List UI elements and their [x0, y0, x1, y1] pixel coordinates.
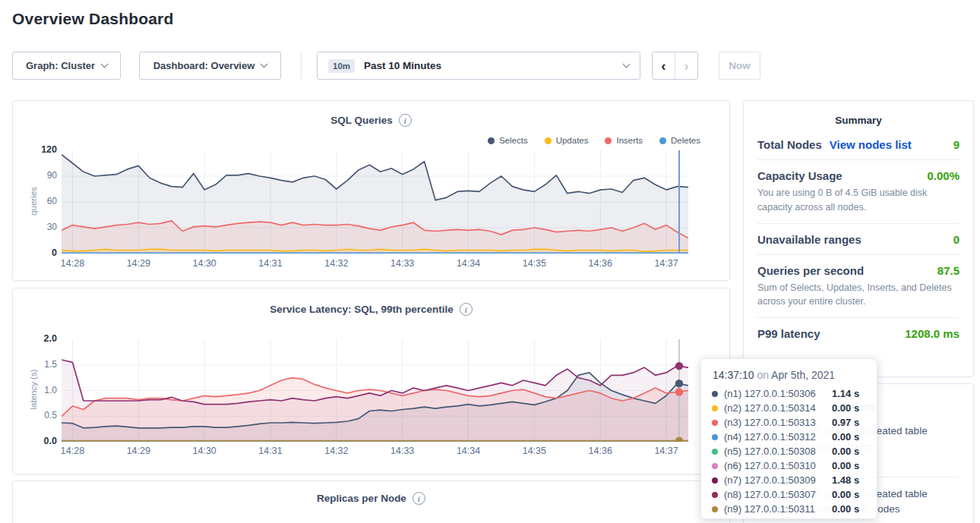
x-axis-tick: 14:37 [648, 258, 684, 269]
x-axis-tick: 14:33 [384, 446, 421, 456]
node-address: (n4) 127.0.0.1:50312 [724, 431, 832, 443]
x-axis-tick: 14:30 [186, 446, 223, 456]
summary-description: Sum of Selects, Updates, Inserts, and De… [757, 281, 959, 310]
node-color-dot [712, 463, 718, 469]
x-axis-tick: 14:36 [582, 258, 618, 269]
legend-dot [605, 137, 612, 144]
summary-label: Queries per second [757, 264, 864, 277]
node-address: (n1) 127.0.0.1:50306 [724, 388, 832, 399]
time-next-button[interactable]: › [675, 52, 697, 79]
service-latency-title: Service Latency: SQL, 99th percentile [270, 304, 454, 315]
tooltip-timestamp: 14:37:10 on Apr 5th, 2021 [712, 369, 866, 381]
legend-label: Deletes [671, 136, 700, 145]
legend-item-deletes[interactable]: Deletes [659, 136, 700, 145]
node-latency-value: 1.48 s [832, 474, 859, 486]
x-axis-tick: 14:37 [648, 446, 684, 456]
x-axis-tick: 14:28 [54, 446, 90, 456]
summary-description: You are using 0 B of 4.5 GiB usable disk… [757, 186, 959, 215]
replicas-per-node-title: Replicas per Node [317, 493, 406, 504]
y-axis-tick: 2.0 [19, 333, 57, 344]
time-prev-button[interactable]: ‹ [653, 52, 675, 79]
y-axis-tick: 30 [19, 222, 57, 232]
x-axis-tick: 14:32 [318, 258, 355, 269]
legend-dot [545, 137, 552, 144]
node-address: (n7) 127.0.0.1:50309 [724, 474, 832, 486]
x-axis-tick: 14:34 [450, 258, 487, 269]
latency-chart-svg [62, 339, 688, 442]
x-axis-tick: 14:34 [450, 446, 487, 456]
legend-dot [659, 137, 666, 144]
y-axis-tick: 0.0 [19, 436, 57, 446]
time-range-label: Past 10 Minutes [364, 60, 441, 71]
node-color-dot [712, 391, 718, 397]
summary-row: Queries per second87.5Sum of Selects, Up… [757, 255, 959, 319]
summary-row: P99 latency1208.0 ms [757, 318, 959, 348]
tooltip-node-row: (n5) 127.0.0.1:503080.00 s [712, 444, 866, 458]
time-range-badge: 10m [328, 59, 355, 73]
tooltip-node-row: (n6) 127.0.0.1:503100.00 s [712, 458, 866, 473]
legend-item-selects[interactable]: Selects [488, 136, 528, 145]
tooltip-node-row: (n4) 127.0.0.1:503120.00 s [712, 430, 866, 444]
node-address: (n6) 127.0.0.1:50310 [724, 460, 832, 471]
node-color-dot [712, 449, 718, 455]
node-latency-value: 0.00 s [832, 489, 859, 500]
dashboard-dropdown-label: Dashboard: Overview [153, 60, 255, 71]
sql-queries-panel: SQL Queries i SelectsUpdatesInsertsDelet… [12, 100, 730, 281]
summary-label: Total Nodes [757, 138, 822, 151]
y-axis-tick: 0.5 [19, 410, 57, 421]
sql-queries-title: SQL Queries [330, 115, 393, 126]
legend-item-updates[interactable]: Updates [545, 136, 589, 145]
summary-value: 9 [953, 138, 959, 151]
node-latency-value: 0.00 s [832, 460, 859, 471]
summary-title: Summary [744, 101, 973, 129]
view-nodes-list-link[interactable]: View nodes list [830, 138, 912, 151]
y-axis-tick: 120 [19, 144, 57, 155]
chart-title-row: SQL Queries i [13, 114, 729, 127]
x-axis-tick: 14:28 [54, 258, 90, 269]
y-axis-tick: 90 [19, 170, 57, 181]
summary-label: P99 latency [757, 327, 820, 340]
node-color-dot [712, 405, 718, 411]
dashboard-dropdown[interactable]: Dashboard: Overview [139, 52, 281, 80]
latency-chart-plot[interactable] [62, 339, 688, 442]
tooltip-node-row: (n7) 127.0.0.1:503091.48 s [712, 473, 866, 487]
page-title: Overview Dashboard [12, 10, 174, 28]
summary-value: 87.5 [937, 264, 959, 277]
now-button[interactable]: Now [719, 52, 760, 80]
sql-chart-plot[interactable] [62, 150, 688, 254]
tooltip-node-row: (n8) 127.0.0.1:503070.00 s [712, 487, 866, 502]
x-axis-tick: 14:32 [318, 446, 355, 456]
chevron-down-icon [261, 61, 268, 68]
info-icon[interactable]: i [460, 303, 473, 316]
info-icon[interactable]: i [399, 114, 412, 127]
y-axis-tick: 0 [19, 247, 57, 258]
graph-dropdown[interactable]: Graph: Cluster [12, 52, 121, 80]
info-icon[interactable]: i [413, 492, 425, 505]
node-color-dot [712, 492, 718, 498]
legend-label: Selects [499, 136, 528, 145]
summary-row: Capacity Usage0.00%You are using 0 B of … [757, 160, 959, 224]
node-address: (n8) 127.0.0.1:50307 [724, 489, 832, 500]
node-address: (n3) 127.0.0.1:50313 [724, 417, 832, 428]
time-range-dropdown[interactable]: 10m Past 10 Minutes [317, 52, 640, 80]
tooltip-node-row: (n1) 127.0.0.1:503061.14 s [712, 386, 866, 401]
node-address: (n5) 127.0.0.1:50308 [724, 446, 832, 457]
summary-row: Unavailable ranges0 [757, 224, 959, 255]
y-axis-tick: 1.0 [19, 385, 57, 395]
replicas-per-node-panel: Replicas per Node i [12, 480, 730, 523]
x-axis-tick: 14:35 [516, 258, 552, 269]
node-latency-value: 1.14 s [832, 388, 859, 399]
chart-legend: SelectsUpdatesInsertsDeletes [488, 136, 700, 145]
node-latency-value: 0.00 s [832, 402, 859, 414]
x-axis-tick: 14:35 [516, 446, 552, 456]
node-address: (n2) 127.0.0.1:50314 [724, 402, 832, 414]
tooltip-node-row: (n9) 127.0.0.1:503110.00 s [712, 502, 866, 516]
legend-item-inserts[interactable]: Inserts [605, 136, 643, 145]
y-axis-tick: 60 [19, 196, 57, 206]
time-nav-group: ‹ › [652, 52, 698, 80]
chevron-down-icon [623, 61, 631, 68]
summary-row: Total NodesView nodes list9 [757, 129, 959, 160]
node-address: (n9) 127.0.0.1:50311 [724, 503, 832, 515]
node-latency-value: 0.00 s [832, 503, 859, 515]
legend-label: Inserts [616, 136, 643, 145]
